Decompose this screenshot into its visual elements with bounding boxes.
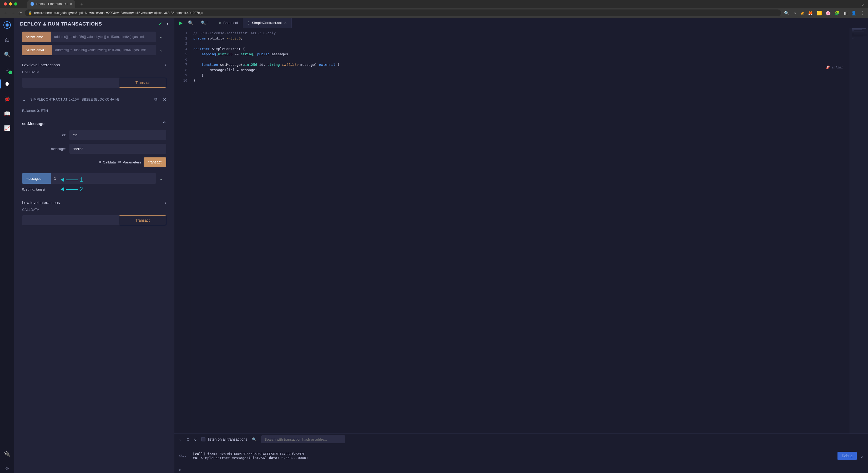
code-tok: contract — [193, 47, 210, 51]
debug-button[interactable]: Debug — [837, 452, 857, 460]
rail-files-icon[interactable]: 🗂 — [3, 35, 11, 44]
terminal-search-input[interactable] — [261, 435, 345, 443]
ext1-icon[interactable]: ◉ — [800, 10, 804, 16]
instance-header: ⌄ SIMPLECONTRACT AT 0X15F...BB2EE (BLOCK… — [22, 97, 166, 102]
nav-fwd-icon[interactable]: → — [11, 10, 15, 15]
chevron-down-icon[interactable]: ⌄ — [156, 34, 166, 40]
ext4-icon[interactable]: 🌸 — [826, 10, 831, 16]
window-min-dot[interactable] — [9, 2, 12, 5]
rail-stats-icon[interactable]: 📈 — [3, 124, 11, 132]
address-bar[interactable]: 🔒 remix.ethereum.org/#lang=en&optimize=f… — [25, 9, 781, 16]
message-input[interactable] — [69, 144, 166, 154]
new-tab-button[interactable]: ＋ — [78, 1, 86, 7]
code-editor[interactable]: 12345 678910 // SPDX-License-Identifier:… — [175, 28, 868, 434]
panel-body[interactable]: batchSome address[] to, uint256[] value,… — [14, 29, 174, 473]
code-tok: >=0.8.0 — [226, 36, 241, 40]
nav-back-icon[interactable]: ← — [4, 10, 8, 15]
ext3-icon[interactable]: 🟨 — [817, 10, 822, 16]
window-max-dot[interactable] — [14, 2, 18, 5]
rail-settings-icon[interactable]: ⚙ — [3, 464, 11, 473]
fn-batchsomeu: batchSomeU... address[] to, uint256[] va… — [22, 45, 166, 55]
terminal-body[interactable]: CALL [call] from: 0xa9d3160892D3dbBb9514… — [175, 445, 868, 467]
site-info-icon[interactable]: 🔒 — [28, 11, 32, 15]
low-level-label: Low level interactions — [22, 63, 60, 67]
minimap[interactable] — [849, 28, 868, 434]
fn-batchsome-args[interactable]: address[] to, uint256[] value, bytes[] c… — [51, 32, 156, 42]
fn-batchsome-button[interactable]: batchSome — [22, 32, 51, 42]
code-tok: setMessage( — [218, 63, 243, 67]
remix-logo-icon — [3, 21, 11, 29]
gas-label: infini — [831, 65, 843, 70]
rail-learn-icon[interactable]: 📖 — [3, 109, 11, 118]
rail-compiler-icon[interactable]: ⟐ ✔ — [3, 65, 11, 74]
window-close-dot[interactable] — [4, 2, 7, 5]
chevron-down-icon[interactable]: ⌄ — [156, 47, 166, 53]
code-tok: calldata — [282, 63, 299, 67]
log-addr: 0xa9d3160892D3dbBb9514CFF563E174BBFf25eF… — [220, 452, 306, 456]
panel-check-icon[interactable]: ✔ — [158, 21, 162, 27]
code-tok: external — [319, 63, 336, 67]
listen-input[interactable] — [201, 437, 206, 441]
tab-simplecontract[interactable]: ⟠ SimpleContract.sol × — [243, 18, 292, 28]
copy-params-button[interactable]: ⧉ Parameters — [118, 160, 141, 164]
zoom-out-icon[interactable]: 🔍⁻ — [188, 20, 195, 25]
rail-search-icon[interactable]: 🔍 — [3, 50, 11, 59]
ext2-icon[interactable]: 🦊 — [808, 10, 813, 16]
sidepanel-icon[interactable]: ◧ — [843, 10, 847, 16]
zoom-in-icon[interactable]: 🔍⁺ — [201, 20, 208, 25]
panel-title: DEPLOY & RUN TRANSACTIONS — [20, 21, 102, 27]
fn-messages-button[interactable]: messages — [22, 173, 51, 184]
chevron-up-icon[interactable]: ⌃ — [162, 121, 166, 126]
calldata-input[interactable] — [22, 78, 119, 88]
fn-messages: messages 1 ⌄ — [22, 173, 166, 184]
collapse-icon[interactable]: ⌄ — [179, 437, 182, 441]
bookmark-icon[interactable]: ☆ — [793, 10, 797, 16]
rail-home-icon[interactable] — [3, 21, 11, 29]
profile-icon[interactable]: 👤 — [851, 10, 857, 16]
window-dropdown-icon[interactable]: ⌄ — [861, 2, 864, 7]
browser-tab-remix[interactable]: Remix - Ethereum IDE × — [27, 0, 75, 8]
info-icon[interactable]: i — [165, 200, 166, 205]
close-icon[interactable]: × — [284, 21, 287, 25]
setmessage-label: setMessage — [22, 121, 44, 126]
rail-debugger-icon[interactable]: 🐞 — [3, 94, 11, 103]
terminal-prompt[interactable]: > — [175, 467, 868, 473]
rail-deploy-icon[interactable] — [3, 80, 11, 88]
message-label: message: — [22, 147, 69, 151]
tab-batch[interactable]: ⟠ Batch.sol — [214, 18, 243, 28]
arrow-icon — [61, 187, 64, 191]
code-tok: pragma — [193, 36, 206, 40]
rail-plugin-icon[interactable]: 🔌 — [3, 449, 11, 458]
calldata-input[interactable] — [22, 215, 119, 225]
chevron-down-icon[interactable]: ⌄ — [22, 97, 26, 102]
transact-button[interactable]: transact — [144, 157, 166, 167]
copy-calldata-button[interactable]: ⧉ Calldata — [99, 160, 116, 164]
code-content[interactable]: // SPDX-License-Identifier: GPL-3.0-only… — [190, 28, 849, 434]
fn-batchsomeu-button[interactable]: batchSomeU... — [22, 45, 52, 55]
fn-batchsome: batchSome address[] to, uint256[] value,… — [22, 32, 166, 42]
transact-button[interactable]: Transact — [119, 78, 166, 88]
log-from: from: — [207, 452, 218, 456]
zoom-icon[interactable]: 🔍 — [784, 10, 789, 16]
id-input[interactable] — [69, 130, 166, 140]
search-icon[interactable]: 🔍 — [252, 437, 256, 441]
nav-reload-icon[interactable]: ⟳ — [19, 10, 22, 16]
solidity-icon: ⟠ — [219, 21, 221, 25]
arrow-shaft — [66, 189, 78, 190]
low-level-title-2: Low level interactions i — [22, 200, 166, 205]
copy-icon[interactable]: ⧉ — [154, 97, 158, 102]
clear-icon[interactable]: ⊘ — [186, 437, 190, 441]
close-icon[interactable]: × — [70, 2, 72, 6]
expand-icon[interactable]: ⌄ — [860, 453, 863, 459]
fn-batchsomeu-args[interactable]: address[] to, uint256[] value, bytes[] c… — [52, 45, 156, 55]
chevron-down-icon[interactable]: ⌄ — [156, 176, 166, 181]
info-icon[interactable]: i — [165, 63, 166, 67]
run-icon[interactable]: ▶ — [179, 20, 183, 26]
panel-next-icon[interactable]: › — [167, 21, 168, 27]
close-icon[interactable]: ✕ — [163, 97, 166, 102]
annot-2: 2 — [80, 185, 83, 193]
menu-icon[interactable]: ⋮ — [860, 10, 864, 16]
transact-button[interactable]: Transact — [119, 215, 166, 225]
extensions-icon[interactable]: 🧩 — [835, 10, 840, 16]
listen-checkbox[interactable]: listen on all transactions — [201, 437, 247, 441]
